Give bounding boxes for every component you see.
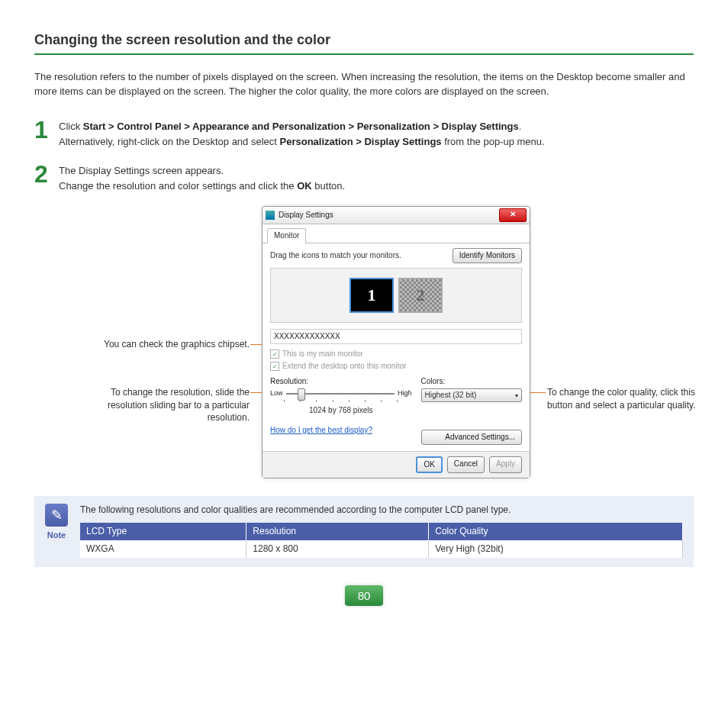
dialog-button-bar: OK Cancel Apply (263, 451, 530, 478)
step-2-body: The Display Settings screen appears. Cha… (59, 162, 345, 194)
extend-desktop-checkbox-row: ✓ Extend the desktop onto this monitor (270, 361, 522, 372)
page-number: 80 (345, 585, 383, 606)
identify-monitors-button[interactable]: Identify Monitors (453, 248, 522, 263)
drag-instruction: Drag the icons to match your monitors. (270, 250, 401, 261)
step1-dot: . (519, 121, 522, 132)
section-title: Changing the screen resolution and the c… (34, 31, 694, 50)
tab-row: Monitor (263, 224, 530, 243)
step2-a: The Display Settings screen appears. (59, 165, 224, 176)
cancel-button[interactable]: Cancel (447, 456, 485, 473)
colors-label: Colors: (421, 376, 523, 387)
slider-low: Low (270, 388, 283, 398)
table-row: WXGA 1280 x 800 Very High (32bit) (80, 540, 683, 558)
note-intro: The following resolutions and color qual… (80, 504, 683, 517)
display-settings-dialog: Display Settings ✕ Monitor Drag the icon… (262, 206, 530, 478)
dialog-icon (266, 211, 275, 220)
extend-desktop-checkbox[interactable]: ✓ (270, 362, 279, 371)
th-color-quality: Color Quality (429, 523, 683, 540)
slider-handle[interactable] (298, 388, 305, 401)
screenshot-area: You can check the graphics chipset. To c… (34, 206, 694, 473)
note-label: Note (45, 530, 68, 541)
step-2: 2 The Display Settings screen appears. C… (34, 162, 694, 194)
step-number-2: 2 (34, 162, 51, 186)
step2-b-bold: OK (297, 180, 312, 192)
chevron-down-icon: ▾ (515, 391, 518, 400)
step2-b-pre: Change the resolution and color settings… (59, 180, 297, 192)
callout-colors: To change the color quality, click this … (547, 386, 707, 411)
monitor-2[interactable]: 2 (398, 278, 443, 313)
dialog-titlebar: Display Settings ✕ (263, 207, 530, 224)
colors-value: Highest (32 bit) (425, 390, 477, 401)
advanced-settings-button[interactable]: Advanced Settings... (421, 430, 523, 445)
pencil-icon: ✎ (45, 504, 68, 527)
step1-alt-post: from the pop-up menu. (442, 136, 545, 147)
th-lcd-type: LCD Type (80, 523, 246, 540)
td-lcd-type: WXGA (80, 540, 246, 558)
th-resolution: Resolution (246, 523, 429, 540)
ok-button[interactable]: OK (416, 456, 442, 473)
td-color-quality: Very High (32bit) (429, 540, 683, 558)
step-1-body: Click Start > Control Panel > Appearance… (59, 118, 545, 150)
step1-alt-bold: Personalization > Display Settings (280, 136, 442, 147)
colors-combo[interactable]: Highest (32 bit) ▾ (421, 388, 523, 402)
step1-click: Click (59, 121, 83, 132)
dialog-title: Display Settings (279, 210, 499, 221)
callout-resolution: To change the resolution, slide the reso… (74, 386, 250, 424)
resolution-slider-row: Low High (270, 388, 412, 398)
resolution-label: Resolution: (270, 376, 412, 387)
monitor-area: 1 2 (270, 268, 522, 323)
chipset-field: XXXXXXXXXXXXX (270, 329, 522, 344)
step2-b-post: button. (312, 180, 345, 192)
td-resolution: 1280 x 800 (246, 540, 429, 558)
lcd-table: LCD Type Resolution Color Quality WXGA 1… (80, 523, 683, 558)
table-header-row: LCD Type Resolution Color Quality (80, 523, 683, 540)
apply-button[interactable]: Apply (489, 456, 522, 473)
note-box: ✎ Note The following resolutions and col… (34, 496, 694, 566)
intro-paragraph: The resolution refers to the number of p… (34, 70, 694, 99)
resolution-value: 1024 by 768 pixels (270, 405, 412, 416)
resolution-slider[interactable] (286, 391, 395, 396)
main-monitor-checkbox-row: ✓ This is my main monitor (270, 349, 522, 359)
step1-path: Start > Control Panel > Appearance and P… (83, 121, 519, 132)
help-link[interactable]: How do I get the best display? (270, 425, 372, 436)
main-monitor-label: This is my main monitor (282, 349, 363, 359)
step-1: 1 Click Start > Control Panel > Appearan… (34, 118, 694, 150)
main-monitor-checkbox[interactable]: ✓ (270, 350, 279, 359)
monitor-1[interactable]: 1 (350, 278, 394, 313)
tab-monitor[interactable]: Monitor (267, 228, 306, 243)
close-button[interactable]: ✕ (499, 208, 527, 222)
step-number-1: 1 (34, 118, 51, 142)
step1-alt-pre: Alternatively, right-click on the Deskto… (59, 136, 280, 147)
slider-high: High (398, 388, 412, 398)
title-divider (34, 53, 694, 55)
extend-desktop-label: Extend the desktop onto this monitor (282, 361, 406, 372)
callout-chipset: You can check the graphics chipset. (74, 338, 250, 350)
